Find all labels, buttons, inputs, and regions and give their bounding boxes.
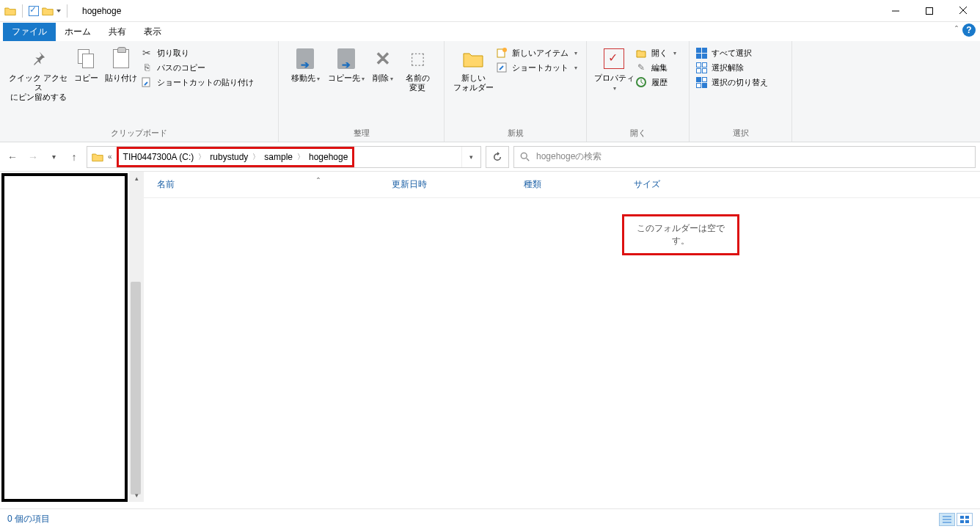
new-folder-icon	[462, 49, 484, 68]
open-icon	[635, 47, 647, 59]
main-area: ▴ ▾ 名前 更新日時 種類 サイズ このフォルダーは空です。	[0, 172, 980, 502]
details-view-button[interactable]	[939, 513, 955, 526]
up-button[interactable]: ↑	[66, 149, 82, 165]
qat-folder-icon[interactable]	[42, 6, 54, 16]
copy-path-button[interactable]: ⎘ パスのコピー	[141, 62, 254, 73]
group-select-label: 選択	[690, 126, 791, 142]
properties-button[interactable]: プロパティ▾	[593, 45, 635, 92]
empty-folder-message: このフォルダーは空です。	[622, 214, 739, 255]
history-icon	[635, 76, 647, 88]
crumb-drive[interactable]: TIH0447300A (C:)	[123, 152, 194, 162]
select-invert-button[interactable]: 選択の切り替え	[695, 76, 768, 88]
item-count: 0 個の項目	[7, 513, 50, 525]
cut-button[interactable]: ✂ 切り取り	[141, 47, 254, 59]
open-button[interactable]: 開く▾	[635, 47, 676, 59]
thumbnails-view-button[interactable]	[957, 513, 973, 526]
refresh-button[interactable]	[486, 146, 509, 168]
status-bar: 0 個の項目	[0, 508, 980, 529]
scroll-down-icon[interactable]: ▾	[129, 489, 144, 502]
crumb-hogehoge[interactable]: hogehoge	[309, 152, 348, 162]
forward-button[interactable]: →	[25, 149, 41, 165]
copy-button[interactable]: コピー	[70, 45, 101, 83]
qat-dropdown-icon[interactable]	[56, 10, 61, 12]
title-bar: hogehoge	[0, 0, 980, 22]
collapse-ribbon-icon[interactable]: ˆ	[955, 25, 958, 35]
edit-icon: ✎	[635, 62, 647, 73]
clipboard-icon	[113, 49, 129, 68]
svg-rect-14	[960, 516, 964, 519]
delete-icon: ✕	[375, 48, 391, 70]
window-title: hogehoge	[82, 6, 121, 16]
new-folder-button[interactable]: 新しい フォルダー	[450, 45, 496, 92]
chevron-right-icon[interactable]: 〉	[198, 152, 205, 162]
recent-locations-button[interactable]: ▾	[45, 149, 62, 165]
scissors-icon: ✂	[141, 47, 153, 59]
svg-rect-16	[960, 520, 964, 523]
group-clipboard-label: クリップボード	[0, 126, 278, 142]
address-bar[interactable]: « TIH0447300A (C:) 〉 rubystudy 〉 sample …	[87, 146, 481, 168]
refresh-icon	[492, 152, 502, 162]
tab-view[interactable]: 表示	[135, 23, 170, 41]
breadcrumb: TIH0447300A (C:) 〉 rubystudy 〉 sample 〉 …	[117, 147, 355, 167]
chevron-right-icon[interactable]: 〉	[297, 152, 304, 162]
history-button[interactable]: 履歴	[635, 76, 676, 88]
column-type[interactable]: 種類	[511, 178, 621, 191]
ribbon-tabs: ファイル ホーム 共有 表示 ˆ ?	[0, 22, 980, 41]
copy-path-icon: ⎘	[141, 62, 153, 73]
column-name[interactable]: 名前	[144, 178, 379, 191]
maximize-button[interactable]	[913, 0, 946, 22]
pushpin-icon	[30, 51, 46, 67]
sidebar-scrollbar[interactable]: ▴ ▾	[129, 172, 144, 502]
select-all-icon	[695, 47, 707, 59]
svg-rect-1	[926, 7, 933, 14]
select-none-button[interactable]: 選択解除	[695, 62, 768, 73]
column-date[interactable]: 更新日時	[379, 178, 511, 191]
rename-icon: ⬚	[410, 49, 425, 68]
back-button[interactable]: ←	[4, 149, 21, 165]
column-headers: 名前 更新日時 種類 サイズ	[144, 172, 980, 198]
properties-icon	[604, 48, 624, 69]
new-item-button[interactable]: 新しいアイテム▾	[496, 47, 577, 59]
copy-to-button[interactable]: ➔ コピー先▾	[326, 45, 367, 83]
svg-point-6	[502, 48, 507, 52]
navigation-bar: ← → ▾ ↑ « TIH0447300A (C:) 〉 rubystudy 〉…	[0, 142, 980, 172]
svg-point-9	[521, 153, 527, 158]
scroll-up-icon[interactable]: ▴	[129, 172, 144, 185]
tab-file[interactable]: ファイル	[3, 23, 56, 41]
paste-shortcut-button[interactable]: ショートカットの貼り付け	[141, 76, 254, 88]
help-icon[interactable]: ?	[962, 23, 976, 37]
crumb-rubystudy[interactable]: rubystudy	[210, 152, 248, 162]
navigation-pane[interactable]	[1, 173, 128, 502]
address-dropdown[interactable]: ▾	[461, 147, 480, 167]
scrollbar-thumb[interactable]	[131, 282, 141, 495]
search-placeholder: hogehogeの検索	[536, 150, 601, 163]
close-button[interactable]	[946, 0, 980, 22]
tab-home[interactable]: ホーム	[56, 23, 100, 41]
pin-to-quick-access-button[interactable]: クイック アクセス にピン留めする	[6, 45, 70, 103]
group-new-label: 新規	[445, 126, 586, 142]
rename-button[interactable]: ⬚ 名前の 変更	[399, 45, 436, 92]
minimize-button[interactable]	[879, 0, 913, 22]
move-to-button[interactable]: ➔ 移動先▾	[285, 45, 326, 83]
tab-share[interactable]: 共有	[100, 23, 135, 41]
crumb-sample[interactable]: sample	[264, 152, 293, 162]
file-list: 名前 更新日時 種類 サイズ このフォルダーは空です。	[144, 172, 980, 502]
view-toggle	[939, 513, 973, 526]
edit-button[interactable]: ✎ 編集	[635, 62, 676, 73]
svg-rect-15	[965, 516, 969, 519]
ribbon: クイック アクセス にピン留めする コピー 貼り付け ✂ 切り取り ⎘ パスのコ…	[0, 41, 980, 142]
paste-button[interactable]: 貼り付け	[101, 45, 141, 83]
new-shortcut-button[interactable]: ショートカット▾	[496, 62, 577, 73]
paste-shortcut-icon	[141, 76, 153, 88]
select-all-button[interactable]: すべて選択	[695, 47, 768, 59]
chevron-right-icon[interactable]: 〉	[252, 152, 260, 162]
folder-icon	[4, 6, 16, 16]
group-open-label: 開く	[587, 126, 689, 142]
delete-button[interactable]: ✕ 削除▾	[367, 45, 399, 83]
search-box[interactable]: hogehogeの検索	[513, 146, 976, 168]
column-size[interactable]: サイズ	[621, 178, 673, 191]
details-view-icon	[943, 516, 951, 523]
copy-to-icon: ➔	[337, 48, 355, 69]
copy-icon	[78, 49, 94, 68]
qat-properties-icon[interactable]	[29, 6, 39, 16]
